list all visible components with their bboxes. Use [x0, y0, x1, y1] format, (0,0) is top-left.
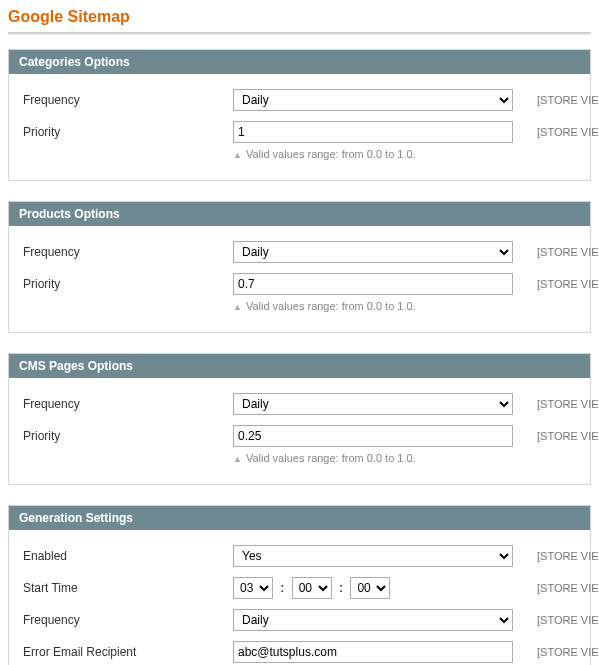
select-start-time-ss[interactable]: 00: [350, 577, 390, 599]
section-cms: CMS Pages Options Frequency Daily [STORE…: [8, 353, 591, 485]
section-header-categories[interactable]: Categories Options: [9, 50, 590, 74]
select-products-frequency[interactable]: Daily: [233, 241, 513, 263]
scope-products-priority: [STORE VIE: [523, 278, 599, 290]
section-header-cms[interactable]: CMS Pages Options: [9, 354, 590, 378]
section-products: Products Options Frequency Daily [STORE …: [8, 201, 591, 333]
label-generation-frequency: Frequency: [23, 613, 233, 627]
page-separator: [8, 32, 591, 35]
label-generation-enabled: Enabled: [23, 549, 233, 563]
hint-categories-priority: ▲Valid values range: from 0.0 to 1.0.: [233, 148, 416, 160]
input-categories-priority[interactable]: [233, 121, 513, 143]
label-products-frequency: Frequency: [23, 245, 233, 259]
label-cms-frequency: Frequency: [23, 397, 233, 411]
scope-generation-recipient: [STORE VIE: [523, 646, 599, 658]
select-start-time-hh[interactable]: 03: [233, 577, 273, 599]
page-title: Google Sitemap: [8, 8, 591, 26]
select-start-time-mm[interactable]: 00: [292, 577, 332, 599]
select-cms-frequency[interactable]: Daily: [233, 393, 513, 415]
label-categories-frequency: Frequency: [23, 93, 233, 107]
scope-cms-frequency: [STORE VIE: [523, 398, 599, 410]
label-cms-priority: Priority: [23, 429, 233, 443]
triangle-up-icon: ▲: [233, 302, 242, 312]
select-generation-frequency[interactable]: Daily: [233, 609, 513, 631]
scope-categories-frequency: [STORE VIE: [523, 94, 599, 106]
scope-categories-priority: [STORE VIE: [523, 126, 599, 138]
time-separator: :: [276, 581, 288, 595]
hint-products-priority: ▲Valid values range: from 0.0 to 1.0.: [233, 300, 416, 312]
input-products-priority[interactable]: [233, 273, 513, 295]
hint-cms-priority: ▲Valid values range: from 0.0 to 1.0.: [233, 452, 416, 464]
time-separator: :: [335, 581, 347, 595]
section-generation: Generation Settings Enabled Yes [STORE V…: [8, 505, 591, 665]
scope-generation-frequency: [STORE VIE: [523, 614, 599, 626]
label-generation-start-time: Start Time: [23, 581, 233, 595]
label-generation-recipient: Error Email Recipient: [23, 645, 233, 659]
label-categories-priority: Priority: [23, 125, 233, 139]
input-cms-priority[interactable]: [233, 425, 513, 447]
section-header-products[interactable]: Products Options: [9, 202, 590, 226]
select-categories-frequency[interactable]: Daily: [233, 89, 513, 111]
triangle-up-icon: ▲: [233, 150, 242, 160]
scope-generation-start-time: [STORE VIE: [523, 582, 599, 594]
section-header-generation[interactable]: Generation Settings: [9, 506, 590, 530]
input-generation-recipient[interactable]: [233, 641, 513, 663]
triangle-up-icon: ▲: [233, 454, 242, 464]
select-generation-enabled[interactable]: Yes: [233, 545, 513, 567]
scope-products-frequency: [STORE VIE: [523, 246, 599, 258]
scope-cms-priority: [STORE VIE: [523, 430, 599, 442]
label-products-priority: Priority: [23, 277, 233, 291]
scope-generation-enabled: [STORE VIE: [523, 550, 599, 562]
section-categories: Categories Options Frequency Daily [STOR…: [8, 49, 591, 181]
